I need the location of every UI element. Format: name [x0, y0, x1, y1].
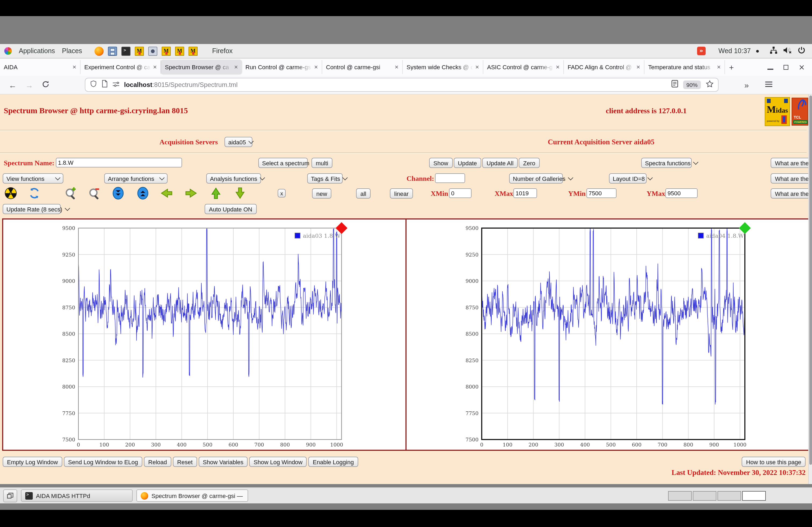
places-menu[interactable]: Places [62, 47, 82, 55]
tab-close-icon[interactable]: × [636, 63, 640, 71]
url-text[interactable]: localhost:8015/Spectrum/Spectrum.tml [124, 81, 238, 89]
update-rate-dropdown[interactable]: Update Rate (8 secs) [3, 204, 61, 214]
tab-5[interactable]: Control @ carme-gsi× [322, 60, 403, 74]
power-icon[interactable] [798, 46, 806, 56]
arrow-down-icon[interactable] [234, 187, 246, 200]
tab-3[interactable]: Spectrum Browser @ ca× [161, 60, 242, 74]
number-of-galleries-dropdown[interactable]: Number of Galleries [509, 174, 563, 183]
update-button[interactable]: Update [453, 158, 481, 168]
terminal-icon[interactable] [121, 46, 130, 56]
what-are-these-button-3[interactable]: What are these? [771, 189, 812, 199]
reload-button[interactable]: Reload [144, 457, 171, 467]
zoom-out-icon[interactable] [88, 187, 101, 200]
url-bar[interactable]: localhost:8015/Spectrum/Spectrum.tml 90% [85, 78, 719, 92]
new-tab-button[interactable]: + [725, 61, 738, 74]
midas-icon[interactable] [162, 46, 171, 56]
midas-icon[interactable] [175, 46, 184, 56]
zoom-in-icon[interactable] [64, 187, 77, 200]
tab-close-icon[interactable]: × [234, 63, 238, 71]
spectrum-plot-aida03[interactable]: 7500775080008250850087509000925095000100… [3, 220, 405, 450]
spectra-functions-dropdown[interactable]: Spectra functions [641, 158, 692, 168]
task-item-1[interactable]: AIDA MIDAS HTTPd [21, 490, 133, 502]
tab-close-icon[interactable]: × [475, 63, 479, 71]
channel-input[interactable] [435, 174, 465, 183]
show-variables-button[interactable]: Show Variables [199, 457, 248, 467]
arrange-functions-dropdown[interactable]: Arrange functions [104, 174, 168, 183]
tab-9[interactable]: Temperature and status× [644, 60, 725, 74]
clock[interactable]: Wed 10:37 [719, 47, 751, 55]
analysis-functions-dropdown[interactable]: Analysis functions [206, 174, 261, 183]
permissions-icon[interactable] [112, 80, 120, 90]
firefox-icon[interactable] [95, 46, 104, 56]
network-icon[interactable] [770, 46, 778, 56]
new-button[interactable]: new [312, 189, 331, 199]
zero-button[interactable]: Zero [519, 158, 539, 168]
layout-id-dropdown[interactable]: Layout ID=8 [609, 174, 647, 183]
tab-close-icon[interactable]: × [73, 63, 76, 71]
tab-close-icon[interactable]: × [395, 63, 398, 71]
task-item-2[interactable]: Spectrum Browser @ carme-gsi — ... [136, 490, 248, 502]
auto-update-button[interactable]: Auto Update ON [205, 204, 257, 214]
volume-muted-icon[interactable] [783, 46, 792, 56]
tab-6[interactable]: System wide Checks @ c× [403, 60, 483, 74]
chart-canvas[interactable]: 7500775080008250850087509000925095000100… [3, 220, 405, 450]
page-scrollbar[interactable] [808, 94, 812, 484]
tab-7[interactable]: ASIC Control @ carme-g× [483, 60, 564, 74]
what-are-these-button-2[interactable]: What are these? [771, 174, 812, 183]
midas-logo[interactable]: Midas powered by [765, 97, 790, 126]
close-window-button[interactable]: × [799, 64, 804, 70]
how-to-use-button[interactable]: How to use this page [742, 457, 806, 467]
tab-close-icon[interactable]: × [314, 63, 318, 71]
acquisition-server-select[interactable]: aida05 [224, 137, 252, 147]
x-button[interactable]: x [278, 189, 286, 197]
back-button[interactable]: ← [9, 80, 17, 89]
workspace-cell-4[interactable] [742, 491, 766, 500]
overflow-chevrons-icon[interactable]: » [744, 80, 749, 89]
maximize-button[interactable] [783, 64, 789, 70]
xmin-input[interactable] [449, 189, 472, 198]
select-spectrum-dropdown[interactable]: Select a spectrum [258, 158, 308, 168]
spectrum-name-input[interactable] [56, 158, 182, 167]
show-button[interactable]: Show [429, 158, 452, 168]
screenshot-icon[interactable] [148, 46, 157, 56]
tab-8[interactable]: FADC Align & Control @× [564, 60, 644, 74]
page-info-icon[interactable] [102, 80, 108, 90]
workspace-cell-2[interactable] [693, 491, 716, 500]
workspace-cell-1[interactable] [668, 491, 692, 500]
radiation-icon[interactable] [4, 187, 17, 200]
scrollbar-thumb[interactable] [809, 95, 812, 465]
reset-button[interactable]: Reset [173, 457, 197, 467]
send-log-window-to-elog-button[interactable]: Send Log Window to ELog [64, 457, 143, 467]
arrow-right-icon[interactable] [185, 187, 198, 200]
hamburger-menu-icon[interactable] [765, 80, 773, 90]
view-functions-dropdown[interactable]: View functions [3, 174, 63, 183]
midas-icon[interactable] [188, 46, 198, 56]
shield-icon[interactable] [90, 80, 97, 90]
chart-canvas[interactable]: 7500775080008250850087509000925095000100… [407, 220, 809, 450]
applications-menu[interactable]: Applications [19, 47, 55, 55]
multi-button[interactable]: multi [311, 158, 332, 168]
arrow-left-icon[interactable] [160, 187, 173, 200]
ymin-input[interactable] [586, 189, 617, 198]
tab-close-icon[interactable]: × [717, 63, 721, 71]
forward-button[interactable]: → [25, 80, 33, 89]
empty-log-window-button[interactable]: Empty Log Window [3, 457, 62, 467]
refresh-icon[interactable] [28, 187, 41, 200]
scroll-down-icon[interactable] [112, 187, 125, 200]
reader-mode-icon[interactable] [671, 80, 678, 90]
what-are-these-button-1[interactable]: What are these? [771, 158, 812, 168]
tags-fits-dropdown[interactable]: Tags & Fits [307, 174, 343, 183]
show-desktop-button[interactable] [3, 489, 17, 502]
tab-4[interactable]: Run Control @ carme-gs× [242, 60, 322, 74]
scroll-up-icon[interactable] [136, 187, 149, 200]
reload-button[interactable] [42, 80, 49, 89]
screen-recorder-icon[interactable]: » [697, 47, 706, 55]
workspace-cell-3[interactable] [717, 491, 741, 500]
tab-close-icon[interactable]: × [556, 63, 560, 71]
tab-2[interactable]: Experiment Control @ ca× [81, 60, 161, 74]
spectrum-plot-aida04[interactable]: 7500775080008250850087509000925095000100… [407, 220, 809, 450]
minimize-button[interactable] [767, 64, 773, 70]
tcl-powered-logo[interactable]: TCL POWERED [792, 98, 808, 125]
zoom-level-badge[interactable]: 90% [683, 80, 701, 89]
arrow-up-icon[interactable] [209, 187, 222, 200]
